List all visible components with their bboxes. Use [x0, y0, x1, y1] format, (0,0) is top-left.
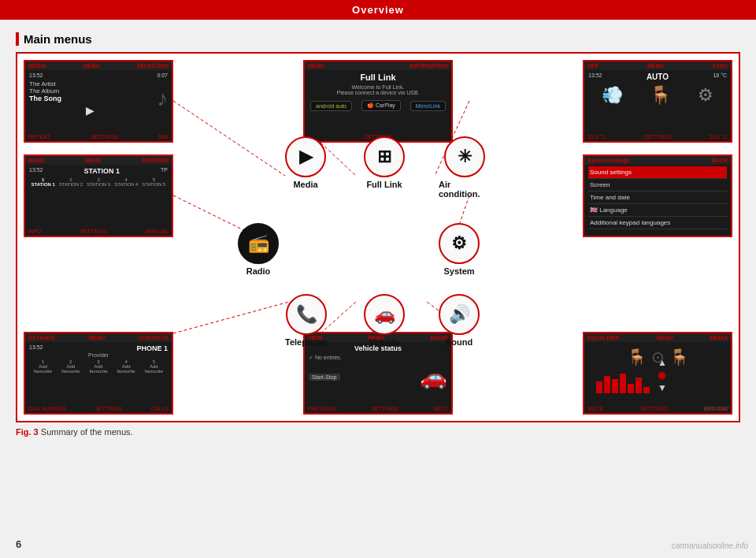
climate-temp-right: 22.0 °C	[710, 134, 728, 140]
sound-footer-settings: SETTINGS	[640, 406, 668, 411]
caption-label: Fig. 3	[16, 427, 39, 437]
climate-header-left: OFF	[587, 63, 598, 69]
climate-auto: AUTO	[647, 73, 669, 81]
fav-5: 5Addfavourite	[145, 359, 163, 374]
section-title: Main menus	[16, 32, 740, 46]
media-artist: The Artist	[29, 80, 150, 87]
caption-text: Summary of the menus.	[41, 427, 133, 437]
station-2: 2STATION 2	[59, 177, 83, 187]
media-album: The Album	[29, 87, 150, 95]
fav-3: 3Addfavourite	[89, 359, 107, 374]
radio-station: STATION 1	[83, 167, 120, 175]
system-header-right: BACK	[712, 158, 728, 163]
aircon-hub-icon: ✳	[444, 136, 485, 177]
phone-header-right: CONTACTS	[139, 335, 169, 340]
fulllink-subtitle: Welcome to Full Link.	[309, 84, 447, 90]
hub-system[interactable]: ⚙ System	[439, 223, 480, 276]
system-menu-list: Sound settings Screen Time and date 🇬🇧 L…	[584, 165, 731, 231]
radio-tp: TP	[161, 167, 168, 175]
radio-header-mid: MENU	[85, 158, 102, 163]
sound-hub-label: Sound	[446, 337, 472, 347]
media-header-right: SELECTION	[137, 63, 169, 69]
sound-header-left: EQUALISER	[587, 335, 620, 340]
sound-header-mid: MENU	[657, 335, 673, 340]
fulllink-header-right: INFORMATION	[410, 63, 448, 69]
sound-hub-icon: 🔊	[439, 294, 480, 335]
vehicle-car-icon: 🚗	[420, 364, 447, 390]
aircon-hub-label: Air condition.	[439, 180, 490, 199]
media-header-left: MEDIA	[28, 63, 46, 69]
phone-footer-dial: DIAL NUMBER	[28, 406, 66, 411]
hub-media[interactable]: ▶ Media	[285, 136, 326, 189]
fulllink-hub-label: Full Link	[366, 180, 402, 189]
android-auto-logo: android auto	[310, 101, 352, 111]
media-hub-icon: ▶	[285, 136, 326, 177]
fulllink-subtitle2: Please connect a device via USB.	[309, 90, 447, 95]
radio-hub-label: Radio	[246, 266, 271, 276]
fav-1: 1Addfavourite	[34, 359, 52, 374]
system-item-time: Time and date	[588, 192, 727, 204]
system-item-sound: Sound settings	[588, 166, 727, 179]
radio-footer-info: INFO	[28, 229, 42, 234]
phone-name: PHONE 1	[136, 344, 168, 352]
vehicle-start-stop: Start-Stop	[309, 374, 340, 381]
hub-radio[interactable]: 📻 Radio	[238, 223, 279, 276]
eq-controls: ▲ ◉ ▼	[658, 357, 667, 393]
climate-temp-c: 18 °C	[713, 73, 727, 81]
eq-bar-4	[620, 374, 626, 393]
system-header-left: System settings	[587, 158, 630, 163]
eq-bars: ▲ ◉ ▼	[588, 370, 727, 393]
screen-media: MEDIA MENU SELECTION 13:52 0:07 The Arti…	[24, 60, 173, 143]
fulllink-hub-icon: ⊞	[364, 136, 405, 177]
screen-sound: EQUALISER MENU MEDIA 🪑⊙🪑	[583, 332, 732, 415]
hub-sound[interactable]: 🔊 Sound	[439, 294, 480, 347]
climate-fan-icon: 💨	[602, 85, 623, 106]
system-item-screen: Screen	[588, 179, 727, 192]
hub-telephone[interactable]: 📞 Telephone	[285, 294, 328, 347]
climate-grid-icon: ⚙	[698, 85, 713, 106]
hub-aircon[interactable]: ✳ Air condition.	[439, 136, 490, 199]
system-item-language: 🇬🇧 Language	[588, 204, 727, 217]
media-hub-label: Media	[293, 180, 317, 189]
media-time: 13:52	[29, 73, 43, 78]
climate-time: 13:52	[588, 73, 602, 81]
screen-phone: ACTIVATE MENU CONTACTS 13:52 PHONE 1 Pro…	[24, 332, 173, 415]
phone-favourites: 1Addfavourite 2Addfavourite 3Addfavourit…	[29, 359, 168, 374]
phone-header-left: ACTIVATE	[28, 335, 55, 340]
hub-vehicle[interactable]: 🚗 Vehicle	[364, 294, 405, 347]
radio-header-right: STATIONS	[142, 158, 169, 163]
media-duration: 0:07	[157, 73, 168, 78]
climate-footer-settings: SETTINGS	[643, 134, 671, 140]
vehicle-footer-next: NEXT	[433, 406, 448, 411]
climate-header-mid: MENU	[647, 63, 664, 69]
phone-provider: Provider	[29, 352, 168, 358]
station-4: 4STATION 4	[114, 177, 138, 187]
radio-time: 13:52	[29, 167, 43, 175]
apple-carplay-logo: 🍎 CarPlay	[361, 100, 401, 111]
phone-time: 13:52	[29, 344, 43, 352]
eq-bar-6	[636, 378, 642, 393]
vehicle-footer-settings: SETTINGS	[371, 406, 398, 411]
fulllink-logos: android auto 🍎 CarPlay MirrorLink	[309, 100, 447, 111]
station-3: 3STATION 3	[87, 177, 110, 187]
eq-bar-7	[643, 387, 650, 393]
page-background: Overview Main menus	[0, 0, 756, 558]
phone-footer-calls: CALLS	[151, 406, 169, 411]
fulllink-header-left: MENU	[308, 63, 324, 69]
eq-bar-2	[604, 376, 610, 393]
page-title-bar: Overview	[0, 0, 756, 20]
hub-fulllink[interactable]: ⊞ Full Link	[364, 136, 405, 189]
station-5: 5STATION 5	[142, 177, 165, 187]
phone-header-mid: MENU	[88, 335, 105, 340]
fav-2: 2Addfavourite	[61, 359, 80, 374]
phone-footer-settings: SETTINGS	[94, 406, 122, 411]
station-1: 1STATION 1	[32, 177, 55, 187]
sound-footer-mute: MUTE	[587, 406, 603, 411]
vehicle-hub-label: Vehicle	[369, 337, 399, 347]
climate-temp-left: 22.0 °C	[587, 134, 606, 140]
media-song: The Song	[29, 95, 150, 102]
telephone-hub-icon: 📞	[286, 294, 327, 335]
media-footer-mix: MIX	[159, 134, 169, 140]
eq-bar-3	[612, 379, 618, 393]
screen-fulllink: MENU INFORMATION Full Link Welcome to Fu…	[303, 60, 453, 143]
